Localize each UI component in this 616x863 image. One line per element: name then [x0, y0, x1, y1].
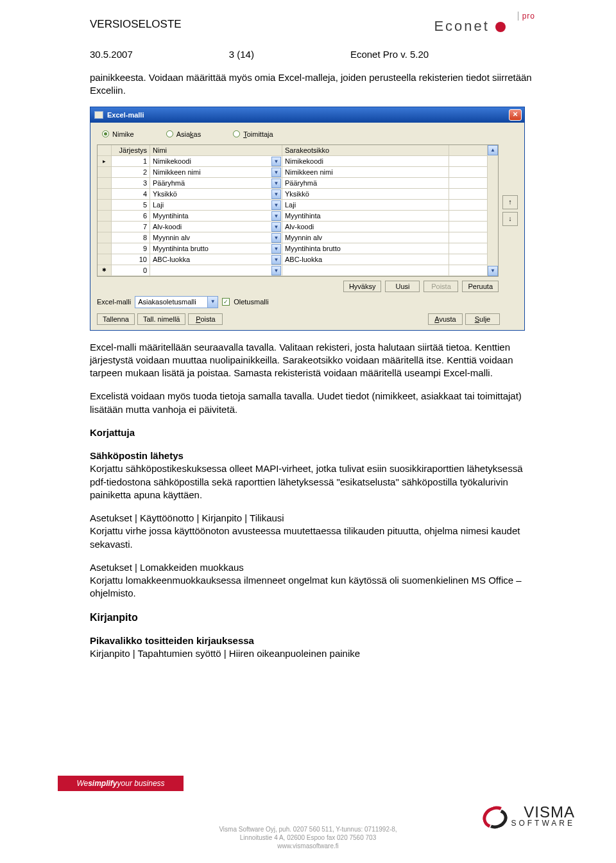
cell-ord[interactable]: 10: [112, 254, 150, 265]
avusta-button[interactable]: Avusta: [428, 313, 463, 325]
cell-name[interactable]: ▼: [150, 265, 282, 275]
col-jarjestys[interactable]: Järjestys: [112, 145, 150, 155]
uusi-button[interactable]: Uusi: [385, 281, 420, 292]
cell-name[interactable]: Nimikekoodi▼: [150, 156, 282, 166]
grid-scrollbar[interactable]: ▲ ▼: [487, 145, 498, 276]
cell-head[interactable]: Myynnin alv: [282, 232, 449, 243]
cell-ord[interactable]: 1: [112, 156, 150, 166]
table-row[interactable]: 2Nimikkeen nimi▼Nimikkeen nimi: [98, 167, 487, 178]
meta-product: Econet Pro v. 5.20: [350, 49, 429, 60]
move-down-button[interactable]: ↓: [502, 212, 518, 226]
chevron-down-icon[interactable]: ▼: [271, 211, 281, 221]
cell-head[interactable]: Myyntihinta brutto: [282, 243, 449, 254]
chevron-down-icon[interactable]: ▼: [271, 244, 281, 254]
chevron-down-icon[interactable]: ▼: [271, 266, 281, 275]
cell-name[interactable]: Myyntihinta▼: [150, 211, 282, 221]
cell-head[interactable]: ABC-luokka: [282, 254, 449, 265]
table-row[interactable]: 4Yksikkö▼Yksikkö: [98, 189, 487, 200]
table-row[interactable]: 7Alv-koodi▼Alv-koodi: [98, 222, 487, 232]
path-asetukset-lomakkeiden: Asetukset | Lomakkeiden muokkaus: [90, 562, 244, 573]
cell-name[interactable]: Myynnin alv▼: [150, 232, 282, 243]
cell-name[interactable]: Pääryhmä▼: [150, 178, 282, 188]
move-up-button[interactable]: ↑: [502, 195, 518, 209]
chevron-down-icon[interactable]: ▼: [271, 255, 281, 265]
fields-grid[interactable]: Järjestys Nimi Sarakeotsikko 1Nimikekood…: [97, 144, 499, 277]
chevron-down-icon[interactable]: ▼: [271, 168, 281, 177]
sulje-button[interactable]: Sulje: [465, 313, 500, 325]
cell-head[interactable]: Pääryhmä: [282, 178, 449, 188]
oletusmalli-label: Oletusmalli: [234, 298, 268, 306]
cell-name[interactable]: Yksikkö▼: [150, 189, 282, 199]
tall-nimella-button[interactable]: Tall. nimellä: [137, 313, 185, 325]
excel-malli-window: Excel-malli × Nimike Asiakas Toimittaja: [90, 107, 525, 331]
radio-nimike[interactable]: Nimike: [102, 130, 134, 138]
cell-head[interactable]: Yksikkö: [282, 189, 449, 199]
poista2-button[interactable]: Poista: [188, 313, 223, 325]
window-close-button[interactable]: ×: [509, 109, 522, 121]
cell-ord[interactable]: 8: [112, 232, 150, 243]
cell-name[interactable]: Laji▼: [150, 200, 282, 210]
cell-head[interactable]: Nimikekoodi: [282, 156, 449, 166]
cell-head[interactable]: Nimikkeen nimi: [282, 167, 449, 177]
hyvaksy-button[interactable]: Hyväksy: [343, 281, 382, 292]
row-selector-icon: [98, 243, 112, 254]
table-row[interactable]: 0▼: [98, 265, 487, 276]
col-sarakeotsikko[interactable]: Sarakeotsikko: [282, 145, 449, 155]
peruuta-button[interactable]: Peruuta: [462, 281, 499, 292]
cell-name[interactable]: Myyntihinta brutto▼: [150, 243, 282, 254]
chevron-down-icon[interactable]: ▼: [271, 200, 281, 210]
table-row[interactable]: 9Myyntihinta brutto▼Myyntihinta brutto: [98, 243, 487, 254]
excel-malli-combo[interactable]: Asiakasoletusmalli ▼: [135, 296, 218, 308]
cell-ord[interactable]: 6: [112, 211, 150, 221]
table-row[interactable]: 3Pääryhmä▼Pääryhmä: [98, 178, 487, 189]
cell-ord[interactable]: 9: [112, 243, 150, 254]
intro-paragraph: painikkeesta. Voidaan määrittää myös omi…: [90, 71, 533, 98]
meta-date: 30.5.2007: [90, 49, 133, 60]
cell-ord[interactable]: 0: [112, 265, 150, 275]
paragraph-6: Kirjanpito | Tapahtumien syöttö | Hiiren…: [90, 648, 360, 659]
visma-text: VISMA: [511, 805, 575, 820]
row-selector-icon: [98, 200, 112, 210]
cell-name[interactable]: ABC-luokka▼: [150, 254, 282, 265]
radio-toimittaja[interactable]: Toimittaja: [233, 130, 273, 138]
cell-ord[interactable]: 3: [112, 178, 150, 188]
footer-info: Visma Software Oyj, puh. 0207 560 511, Y…: [0, 825, 616, 850]
radio-dot-icon: [102, 130, 109, 137]
visma-swirl-icon: [483, 806, 504, 826]
meta-page: 3 (14): [229, 49, 254, 60]
chevron-down-icon[interactable]: ▼: [271, 222, 281, 232]
chevron-down-icon[interactable]: ▼: [271, 157, 281, 166]
poista-button[interactable]: Poista: [424, 281, 458, 292]
table-row[interactable]: 5Laji▼Laji: [98, 200, 487, 211]
cell-head[interactable]: Laji: [282, 200, 449, 210]
cell-name[interactable]: Alv-koodi▼: [150, 222, 282, 232]
col-nimi[interactable]: Nimi: [150, 145, 282, 155]
cell-name[interactable]: Nimikkeen nimi▼: [150, 167, 282, 177]
chevron-down-icon: ▼: [207, 297, 218, 308]
econet-text: Econet: [434, 18, 490, 34]
cell-head[interactable]: [282, 265, 449, 275]
cell-ord[interactable]: 2: [112, 167, 150, 177]
cell-head[interactable]: Alv-koodi: [282, 222, 449, 232]
table-row[interactable]: 10ABC-luokka▼ABC-luokka: [98, 254, 487, 265]
row-selector-icon: [98, 265, 112, 275]
scroll-down-icon[interactable]: ▼: [488, 266, 498, 276]
scroll-up-icon[interactable]: ▲: [488, 145, 498, 155]
row-selector-icon: [98, 178, 112, 188]
tallenna-button[interactable]: Tallenna: [97, 313, 135, 325]
chevron-down-icon[interactable]: ▼: [271, 233, 281, 243]
cell-head[interactable]: Myyntihinta: [282, 211, 449, 221]
chevron-down-icon[interactable]: ▼: [271, 189, 281, 199]
oletusmalli-checkbox[interactable]: ✓: [222, 298, 230, 306]
paragraph-3: Korjattu sähköpostikeskuksessa olleet MA…: [90, 463, 522, 500]
radio-asiakas[interactable]: Asiakas: [166, 130, 201, 138]
cell-ord[interactable]: 7: [112, 222, 150, 232]
table-row[interactable]: 1Nimikekoodi▼Nimikekoodi: [98, 156, 487, 167]
cell-ord[interactable]: 4: [112, 189, 150, 199]
row-selector-icon: [98, 232, 112, 243]
row-selector-icon: [98, 222, 112, 232]
cell-ord[interactable]: 5: [112, 200, 150, 210]
table-row[interactable]: 6Myyntihinta▼Myyntihinta: [98, 211, 487, 222]
table-row[interactable]: 8Myynnin alv▼Myynnin alv: [98, 232, 487, 243]
chevron-down-icon[interactable]: ▼: [271, 179, 281, 188]
